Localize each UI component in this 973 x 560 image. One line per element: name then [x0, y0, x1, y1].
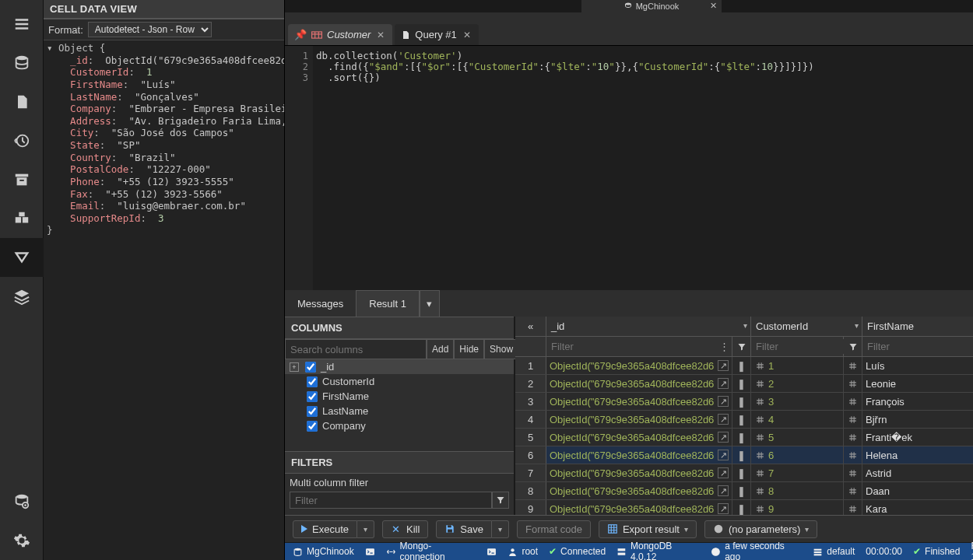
show-column-button[interactable]: Show	[484, 339, 518, 359]
info-icon[interactable]: ❚	[736, 360, 747, 371]
status-connection[interactable]: Mongo-connection	[386, 541, 476, 560]
filter-menu-icon[interactable]: ⋮	[718, 341, 730, 353]
save-button[interactable]: Save	[436, 520, 492, 538]
svg-point-0	[16, 56, 27, 61]
filter-icon[interactable]	[844, 337, 862, 356]
info-icon[interactable]: ❚	[736, 432, 747, 443]
grid-corner[interactable]: «	[515, 317, 546, 336]
close-icon[interactable]: ✕	[463, 30, 471, 40]
info-icon[interactable]: ❚	[736, 450, 747, 460]
columns-search-input[interactable]	[285, 339, 427, 359]
cell-view-icon[interactable]	[0, 238, 44, 277]
filter-id-input[interactable]	[546, 339, 718, 354]
add-column-button[interactable]: Add	[427, 339, 454, 359]
column-header-customerid[interactable]: CustomerId▾	[751, 317, 862, 336]
column-item[interactable]: CustomerId	[285, 374, 514, 389]
filter-fn-input[interactable]	[862, 339, 973, 354]
result-tabs-menu[interactable]: ▾	[420, 290, 440, 317]
column-item[interactable]: FirstName	[285, 389, 514, 404]
open-icon[interactable]: ↗	[718, 432, 729, 443]
column-checkbox[interactable]	[305, 362, 316, 373]
close-icon[interactable]: ✕	[377, 30, 385, 40]
column-item[interactable]: + _id	[285, 359, 514, 374]
table-row[interactable]: 6ObjectId("679c9e365a408dfcee82d6↗❚6Hele…	[515, 446, 973, 464]
info-icon[interactable]: ❚	[736, 396, 747, 407]
status-db[interactable]: MgChinook	[293, 546, 354, 557]
filter-icon[interactable]	[732, 337, 751, 356]
params-button[interactable]: (no parameters)▾	[704, 520, 817, 538]
tab-customer[interactable]: 📌 Customer ✕	[288, 24, 392, 45]
app-tab[interactable]: MgChinook ✕	[581, 0, 722, 12]
open-icon[interactable]: ↗	[718, 467, 729, 478]
hide-column-button[interactable]: Hide	[454, 339, 484, 359]
open-icon[interactable]: ↗	[718, 503, 729, 514]
info-icon[interactable]: ❚	[736, 503, 747, 514]
column-header-id[interactable]: _id▾	[546, 317, 751, 336]
database-icon[interactable]	[0, 44, 44, 82]
file-icon[interactable]	[0, 82, 44, 121]
column-item[interactable]: LastName	[285, 404, 514, 418]
close-icon[interactable]: ✕	[710, 1, 717, 11]
hash-icon	[754, 467, 765, 478]
save-chevron[interactable]: ▾	[492, 520, 509, 538]
code-editor[interactable]: 123 db.collection('Customer') .find({"$a…	[285, 45, 973, 290]
open-icon[interactable]: ↗	[718, 414, 729, 425]
table-row[interactable]: 3ObjectId("679c9e365a408dfcee82d6↗❚3Fran…	[515, 393, 973, 411]
open-icon[interactable]: ↗	[718, 360, 729, 371]
table-row[interactable]: 2ObjectId("679c9e365a408dfcee82d6↗❚2Leon…	[515, 375, 973, 393]
column-item[interactable]: Company	[285, 418, 514, 433]
column-checkbox[interactable]	[307, 421, 318, 432]
execute-chevron[interactable]: ▾	[357, 520, 374, 538]
open-icon[interactable]: ↗	[718, 378, 729, 389]
format-select[interactable]: Autodetect - Json - Row	[88, 22, 212, 37]
column-checkbox[interactable]	[307, 376, 318, 387]
tab-messages[interactable]: Messages	[285, 290, 356, 317]
column-checkbox[interactable]	[307, 406, 318, 417]
json-viewer[interactable]: ▾ Object { _id: ObjectId("679c9e365a408d…	[44, 40, 284, 560]
table-row[interactable]: 5ObjectId("679c9e365a408dfcee82d6↗❚5Fran…	[515, 429, 973, 446]
table-row[interactable]: 9ObjectId("679c9e365a408dfcee82d6↗❚9Kara	[515, 500, 973, 515]
plugins-icon[interactable]	[0, 199, 44, 238]
tab-result1[interactable]: Result 1	[356, 290, 420, 317]
export-button[interactable]: Export result▾	[599, 520, 697, 538]
open-icon[interactable]: ↗	[718, 396, 729, 407]
kill-button[interactable]: ✕Kill	[382, 520, 428, 538]
settings-icon[interactable]	[0, 521, 44, 560]
info-icon[interactable]: ❚	[736, 467, 747, 478]
info-icon[interactable]: ❚	[736, 485, 747, 496]
info-icon[interactable]: ❚	[736, 378, 747, 389]
format-code-button[interactable]: Format code	[517, 520, 591, 538]
info-icon[interactable]: ❚	[736, 414, 747, 425]
filter-icon[interactable]	[492, 492, 509, 509]
layers-icon[interactable]	[0, 277, 44, 316]
status-bar: MgChinook Mongo-connection root ✔Connect…	[285, 543, 973, 560]
status-terminal-icon[interactable]	[365, 547, 375, 557]
open-icon[interactable]: ↗	[718, 450, 729, 460]
open-icon[interactable]: ↗	[718, 485, 729, 496]
svg-point-19	[715, 525, 723, 534]
status-terminal-icon[interactable]	[486, 547, 497, 557]
result-tabs: Messages Result 1 ▾	[285, 290, 973, 317]
hash-icon	[754, 503, 765, 514]
column-header-firstname[interactable]: FirstName	[862, 317, 973, 336]
table-row[interactable]: 7ObjectId("679c9e365a408dfcee82d6↗❚7Astr…	[515, 464, 973, 482]
table-row[interactable]: 8ObjectId("679c9e365a408dfcee82d6↗❚8Daan	[515, 482, 973, 500]
table-row[interactable]: 1ObjectId("679c9e365a408dfcee82d6↗❚1Luís	[515, 357, 973, 375]
column-checkbox[interactable]	[307, 391, 318, 402]
hash-icon	[754, 378, 765, 389]
status-user[interactable]: root	[508, 546, 538, 557]
multi-filter-input[interactable]	[290, 492, 492, 509]
tab-query1[interactable]: Query #1 ✕	[395, 24, 478, 45]
table-row[interactable]: 4ObjectId("679c9e365a408dfcee82d6↗❚4Bjřr…	[515, 411, 973, 429]
status-schema[interactable]: default	[813, 546, 855, 557]
execute-button[interactable]: Execute	[293, 520, 357, 538]
archive-icon[interactable]	[0, 160, 44, 199]
db-eye-icon[interactable]	[0, 482, 44, 521]
hash-icon	[848, 467, 859, 478]
svg-rect-29	[814, 554, 822, 555]
menu-icon[interactable]	[0, 5, 44, 44]
svg-rect-5	[15, 217, 20, 222]
editor-tabs: 📌 Customer ✕ Query #1 ✕	[285, 12, 973, 45]
svg-rect-17	[448, 530, 452, 533]
history-icon[interactable]	[0, 121, 44, 160]
